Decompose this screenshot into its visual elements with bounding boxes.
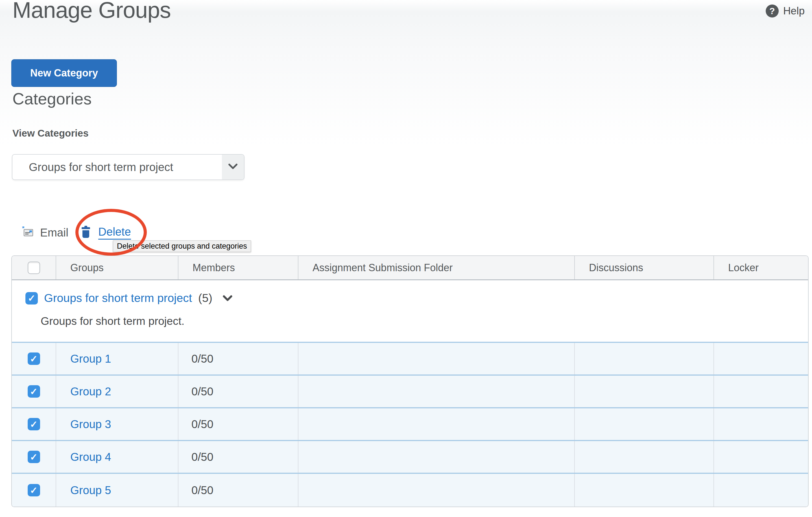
group-checkbox[interactable]: ✓ [28,451,40,463]
groups-table: Groups Members Assignment Submission Fol… [11,255,809,507]
assignment-folder-cell [298,441,575,473]
category-description: Groups for short term project. [41,315,808,327]
category-collapse-toggle[interactable] [223,295,233,302]
group-link[interactable]: Group 2 [70,385,111,398]
view-categories-label: View Categories [12,127,89,139]
discussions-cell [575,474,714,507]
new-category-button[interactable]: New Category [11,59,117,87]
members-value: 0/50 [192,353,213,365]
chevron-down-icon [223,295,233,302]
assignment-folder-cell [298,375,575,407]
locker-cell [714,441,808,473]
assignment-folder-cell [298,343,575,374]
group-checkbox[interactable]: ✓ [28,353,40,365]
select-all-checkbox[interactable] [28,262,40,274]
category-count: (5) [198,292,212,305]
members-value: 0/50 [192,451,213,463]
column-header-members: Members [178,256,298,279]
email-button[interactable]: * Email [22,223,68,242]
group-link[interactable]: Group 5 [70,484,111,497]
group-link[interactable]: Group 3 [70,418,111,431]
trash-icon [81,225,91,240]
table-header-row: Groups Members Assignment Submission Fol… [12,256,808,280]
locker-cell [714,408,808,440]
column-header-locker: Locker [714,256,808,279]
group-link[interactable]: Group 1 [70,353,111,365]
group-checkbox[interactable]: ✓ [28,418,40,430]
discussions-cell [575,343,714,374]
category-checkbox[interactable]: ✓ [25,292,38,304]
members-value: 0/50 [192,418,213,431]
selected-category-value: Groups for short term project [12,155,222,180]
discussions-cell [575,408,714,440]
table-row: ✓ Group 2 0/50 [12,375,808,408]
categories-heading: Categories [12,89,91,108]
category-link[interactable]: Groups for short term project [44,292,192,305]
column-header-groups: Groups [56,256,178,279]
chevron-down-icon [228,163,238,171]
groups-toolbar: * Email Delete [0,223,282,242]
column-header-discussions: Discussions [575,256,714,279]
email-icon: * [22,226,34,239]
table-row: ✓ Group 4 0/50 [12,441,808,474]
discussions-cell [575,375,714,407]
delete-tooltip: Delete selected groups and categories [113,240,251,252]
assignment-folder-cell [298,474,575,507]
assignment-folder-cell [298,408,575,440]
table-row: ✓ Group 1 0/50 [12,343,808,375]
table-row: ✓ Group 3 0/50 [12,408,808,441]
page-title: Manage Groups [12,0,171,23]
discussions-cell [575,441,714,473]
locker-cell [714,474,808,507]
delete-button[interactable]: Delete [81,223,131,242]
delete-label: Delete [98,225,131,240]
members-value: 0/50 [192,385,213,398]
members-value: 0/50 [192,484,213,497]
view-categories-select[interactable]: Groups for short term project [12,154,244,180]
help-label: Help [783,5,805,17]
help-button[interactable]: ? Help [766,4,805,18]
email-label: Email [40,226,68,239]
column-header-assignment-submission-folder: Assignment Submission Folder [298,256,575,279]
question-mark-icon: ? [766,4,779,18]
category-row: ✓ Groups for short term project (5) Grou… [12,280,808,343]
group-checkbox[interactable]: ✓ [28,484,40,496]
group-checkbox[interactable]: ✓ [28,385,40,398]
header-checkbox-cell [12,256,56,279]
svg-text:*: * [22,226,25,232]
table-row: ✓ Group 5 0/50 [12,474,808,507]
locker-cell [714,343,808,374]
group-link[interactable]: Group 4 [70,451,111,463]
select-arrow-zone [222,155,244,180]
locker-cell [714,375,808,407]
